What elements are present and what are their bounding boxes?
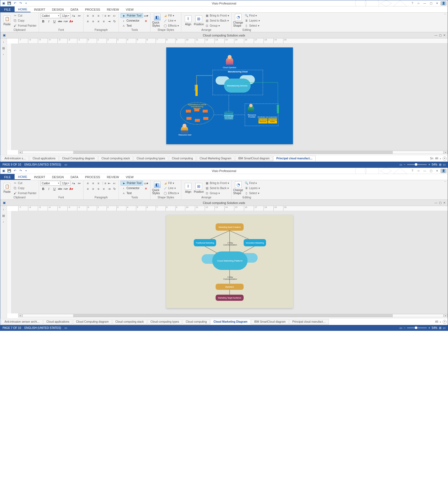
- scroll-thumb[interactable]: [73, 151, 393, 154]
- page-tab[interactable]: Cloud computing stack: [112, 319, 147, 325]
- page-tab[interactable]: Cloud applications: [29, 156, 59, 161]
- paste-button[interactable]: 📋 Paste: [2, 13, 12, 28]
- select-button[interactable]: ▯Select▾: [244, 23, 260, 28]
- tab-insert[interactable]: INSERT: [31, 174, 49, 180]
- font-name-select[interactable]: Calibri▾: [41, 13, 60, 18]
- align-top-icon[interactable]: ≡: [85, 13, 90, 18]
- shrink-font-icon[interactable]: A▾: [77, 181, 82, 186]
- tab-file[interactable]: FILE: [0, 174, 15, 180]
- tab-data[interactable]: DATA: [67, 6, 82, 12]
- scroll-thumb[interactable]: [73, 314, 393, 317]
- bring-front-button[interactable]: ▦Bring to Front▾: [204, 181, 230, 185]
- new-page-icon[interactable]: +: [443, 320, 447, 324]
- effects-button[interactable]: ◯Effects▾: [163, 23, 179, 28]
- text-tool-button[interactable]: AText: [121, 191, 143, 196]
- user-avatar[interactable]: 👤: [440, 169, 447, 173]
- user-avatar[interactable]: 👤: [440, 1, 447, 6]
- strike-button[interactable]: abc: [57, 186, 63, 191]
- line-button[interactable]: ／Line▾: [163, 186, 179, 191]
- redo-icon[interactable]: ↷: [18, 1, 23, 6]
- rectangle-tool-icon[interactable]: ▭▾: [144, 13, 149, 18]
- doc-close-icon[interactable]: ✕: [443, 201, 445, 204]
- page-tab[interactable]: Cloud computing types: [133, 156, 168, 161]
- delete-tool-icon[interactable]: ✕: [144, 19, 149, 24]
- close-icon[interactable]: ✕: [434, 1, 440, 6]
- font-size-select[interactable]: 12pt.▾: [61, 13, 70, 18]
- tab-view[interactable]: VIEW: [122, 174, 137, 180]
- language-indicator[interactable]: ENGLISH (UNITED STATES): [24, 326, 61, 329]
- send-back-button[interactable]: ▨Send to Back▾: [204, 186, 230, 191]
- page-tab[interactable]: Cloud Marketing Diagram: [210, 319, 250, 325]
- scroll-left-icon[interactable]: ◂: [18, 314, 22, 317]
- doc-minimize-icon[interactable]: —: [435, 34, 437, 37]
- zoom-value[interactable]: 54%: [432, 326, 437, 329]
- doc-close-icon[interactable]: ✕: [443, 34, 445, 37]
- macro-icon[interactable]: ▭: [64, 163, 67, 166]
- undo-icon[interactable]: ↶: [13, 169, 17, 173]
- bring-front-button[interactable]: ▦Bring to Front▾: [204, 13, 230, 18]
- page-tab[interactable]: Cloud Marketing Diagram: [197, 156, 234, 161]
- tab-file[interactable]: FILE: [0, 6, 15, 12]
- cut-button[interactable]: ✂Cut: [13, 13, 37, 18]
- redo-icon[interactable]: ↷: [18, 169, 23, 173]
- font-color-button[interactable]: A▾: [69, 19, 74, 24]
- quick-styles-button[interactable]: ◧ Quick Styles: [152, 13, 162, 28]
- align-center-icon[interactable]: ≡: [91, 19, 96, 24]
- qat-more-icon[interactable]: ▾: [24, 1, 28, 6]
- page-tab[interactable]: Cloud Computing diagram: [59, 156, 98, 161]
- tab-review[interactable]: REVIEW: [103, 174, 122, 180]
- view-presentation-icon[interactable]: ▭: [399, 326, 402, 329]
- send-back-button[interactable]: ▨Send to Back▾: [204, 18, 230, 23]
- italic-button[interactable]: I: [46, 186, 51, 191]
- horizontal-scrollbar[interactable]: ◂ ▸: [18, 313, 448, 317]
- indent-dec-icon[interactable]: ⇤: [107, 13, 112, 18]
- minimize-icon[interactable]: —: [422, 1, 428, 6]
- close-icon[interactable]: ✕: [434, 169, 440, 173]
- fill-button[interactable]: ◢Fill▾: [163, 13, 179, 18]
- pointer-tool-button[interactable]: ▶Pointer Tool: [121, 13, 143, 18]
- numbering-icon[interactable]: ≡: [101, 19, 106, 24]
- copy-button[interactable]: ⿻Copy: [13, 186, 37, 191]
- pointer-tool-button[interactable]: ▶Pointer Tool: [121, 181, 143, 185]
- position-button[interactable]: ⊞Position: [194, 13, 204, 28]
- zoom-value[interactable]: 54%: [432, 163, 437, 166]
- page-tab[interactable]: Cloud Computing diagram: [73, 319, 112, 325]
- zoom-slider[interactable]: [407, 327, 427, 328]
- line-button[interactable]: ／Line▾: [163, 18, 179, 23]
- select-button[interactable]: ▯Select▾: [244, 191, 260, 196]
- zoom-slider[interactable]: [407, 164, 427, 165]
- grow-font-icon[interactable]: A▴: [71, 181, 76, 186]
- stencil-icon[interactable]: ▤: [1, 213, 6, 218]
- diagram-canvas-1[interactable]: Cloud Operator Manufacturing Cloud Manuf…: [166, 47, 293, 144]
- page-tab[interactable]: IBM SmartCloud diagram: [235, 156, 273, 161]
- shapes-pane-collapsed[interactable]: › ▤ ›: [0, 206, 7, 318]
- zoom-in-icon[interactable]: +: [428, 163, 430, 166]
- tab-home[interactable]: HOME: [15, 6, 31, 12]
- doc-restore-icon[interactable]: ▢: [439, 34, 442, 37]
- align-button[interactable]: ⫴Align: [183, 13, 193, 28]
- restore-icon[interactable]: ▢: [428, 169, 434, 173]
- align-bottom-icon[interactable]: ≡: [96, 13, 101, 18]
- align-button[interactable]: ⫴Align: [183, 181, 193, 195]
- all-label[interactable]: All: [435, 320, 438, 323]
- page-tab[interactable]: Anti-intrusion sensor archi…: [1, 319, 43, 325]
- change-shape-button[interactable]: ◔Change Shape: [233, 181, 243, 195]
- layers-button[interactable]: ≣Layers▾: [244, 18, 260, 23]
- layers-button[interactable]: ≣Layers▾: [244, 186, 260, 191]
- restore-icon[interactable]: ▢: [428, 1, 434, 6]
- effects-button[interactable]: ◯Effects▾: [163, 191, 179, 196]
- copy-button[interactable]: ⿻Copy: [13, 18, 37, 23]
- paste-button[interactable]: 📋Paste: [2, 181, 12, 195]
- undo-icon[interactable]: ↶: [13, 1, 17, 6]
- bullets-icon[interactable]: ⋮≡: [101, 13, 106, 18]
- align-middle-icon[interactable]: ≡: [91, 13, 96, 18]
- page-tab[interactable]: IBM SmartCloud diagram: [251, 319, 289, 325]
- page-tab[interactable]: Cloud computing: [169, 156, 196, 161]
- ribbon-collapse-toggle[interactable]: ˆ: [442, 13, 448, 32]
- diagram-canvas-2[interactable]: Marketing Asset Creators Traditional Mar…: [166, 215, 293, 308]
- find-button[interactable]: 🔍Find▾: [244, 181, 260, 185]
- tab-view[interactable]: VIEW: [122, 6, 137, 12]
- shapes-pane-collapsed[interactable]: › ▤ ›: [0, 38, 7, 155]
- bold-button[interactable]: B: [41, 19, 46, 24]
- text-effects-button[interactable]: Aa▾: [63, 186, 68, 191]
